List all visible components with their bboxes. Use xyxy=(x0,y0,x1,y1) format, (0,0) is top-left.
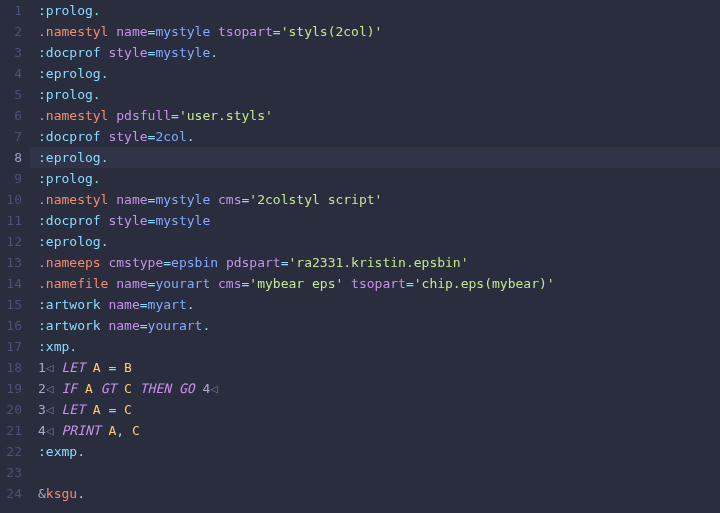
token: A xyxy=(85,381,93,396)
token: :eprolog xyxy=(38,234,101,249)
token: . xyxy=(187,129,195,144)
token: name xyxy=(116,24,147,39)
token: . xyxy=(187,297,195,312)
code-area[interactable]: :prolog..namestyl name=mystyle tsopart='… xyxy=(30,0,720,504)
token: yourart xyxy=(148,318,203,333)
token xyxy=(116,360,124,375)
code-line[interactable]: :eprolog. xyxy=(38,63,720,84)
token: :artwork xyxy=(38,318,101,333)
token xyxy=(210,24,218,39)
code-line[interactable]: .namestyl name=mystyle cms='2colstyl scr… xyxy=(38,189,720,210)
token xyxy=(171,381,179,396)
token: 'chip.eps(mybear)' xyxy=(414,276,555,291)
token: :prolog xyxy=(38,171,93,186)
line-number: 20 xyxy=(0,399,22,420)
code-line[interactable]: :prolog. xyxy=(38,84,720,105)
token xyxy=(210,192,218,207)
line-number: 7 xyxy=(0,126,22,147)
token: = xyxy=(140,297,148,312)
token: style xyxy=(108,213,147,228)
line-number: 9 xyxy=(0,168,22,189)
token: C xyxy=(124,402,132,417)
code-line[interactable]: :exmp. xyxy=(38,441,720,462)
token: 4 xyxy=(38,423,46,438)
line-number: 1 xyxy=(0,0,22,21)
token: :prolog xyxy=(38,87,93,102)
token: LET xyxy=(61,360,84,375)
code-line[interactable]: :docprof style=mystyle xyxy=(38,210,720,231)
token: 3 xyxy=(38,402,46,417)
token: mystyle xyxy=(155,192,210,207)
line-number: 2 xyxy=(0,21,22,42)
code-line[interactable]: :artwork name=yourart. xyxy=(38,315,720,336)
token: :docprof xyxy=(38,129,101,144)
token: 'ra2331.kristin.epsbin' xyxy=(289,255,469,270)
code-line[interactable]: 2◁ IF A GT C THEN GO 4◁ xyxy=(38,378,720,399)
line-number: 12 xyxy=(0,231,22,252)
line-number: 8 xyxy=(0,147,22,168)
code-line[interactable]: .namefile name=yourart cms='mybear eps' … xyxy=(38,273,720,294)
token: = xyxy=(163,255,171,270)
line-number: 11 xyxy=(0,210,22,231)
token: IF xyxy=(61,381,77,396)
code-editor[interactable]: 123456789101112131415161718192021222324 … xyxy=(0,0,720,504)
token: . xyxy=(101,150,109,165)
token: = xyxy=(171,108,179,123)
token: .namestyl xyxy=(38,108,108,123)
token: .namefile xyxy=(38,276,108,291)
code-line[interactable]: :prolog. xyxy=(38,0,720,21)
line-number: 10 xyxy=(0,189,22,210)
code-line[interactable]: :prolog. xyxy=(38,168,720,189)
code-line[interactable] xyxy=(38,462,720,483)
token: pdspart xyxy=(226,255,281,270)
token: = xyxy=(406,276,414,291)
code-line[interactable]: 1◁ LET A = B xyxy=(38,357,720,378)
token xyxy=(85,402,93,417)
token: . xyxy=(77,444,85,459)
token: A xyxy=(93,402,101,417)
token: pdsfull xyxy=(116,108,171,123)
code-line[interactable]: :eprolog. xyxy=(30,147,720,168)
token: style xyxy=(108,45,147,60)
token: 1 xyxy=(38,360,46,375)
token xyxy=(343,276,351,291)
token xyxy=(116,402,124,417)
line-number: 16 xyxy=(0,315,22,336)
code-line[interactable]: .nameeps cmstype=epsbin pdspart='ra2331.… xyxy=(38,252,720,273)
token: = xyxy=(273,24,281,39)
token: mystyle xyxy=(155,45,210,60)
token: :xmp xyxy=(38,339,69,354)
code-line[interactable]: :docprof style=2col. xyxy=(38,126,720,147)
line-number: 13 xyxy=(0,252,22,273)
token: :docprof xyxy=(38,45,101,60)
line-number: 22 xyxy=(0,441,22,462)
line-number-gutter: 123456789101112131415161718192021222324 xyxy=(0,0,30,504)
code-line[interactable]: :artwork name=myart. xyxy=(38,294,720,315)
code-line[interactable]: :eprolog. xyxy=(38,231,720,252)
token: :exmp xyxy=(38,444,77,459)
token: LET xyxy=(61,402,84,417)
token: :docprof xyxy=(38,213,101,228)
code-line[interactable]: &ksgu. xyxy=(38,483,720,504)
line-number: 15 xyxy=(0,294,22,315)
code-line[interactable]: 4◁ PRINT A, C xyxy=(38,420,720,441)
token xyxy=(132,381,140,396)
token xyxy=(85,360,93,375)
code-line[interactable]: :xmp. xyxy=(38,336,720,357)
token: 'user.styls' xyxy=(179,108,273,123)
token: .nameeps xyxy=(38,255,101,270)
token: epsbin xyxy=(171,255,218,270)
code-line[interactable]: .namestyl name=mystyle tsopart='styls(2c… xyxy=(38,21,720,42)
code-line[interactable]: 3◁ LET A = C xyxy=(38,399,720,420)
line-number: 24 xyxy=(0,483,22,504)
token xyxy=(116,381,124,396)
token: GO xyxy=(179,381,195,396)
token: ◁ xyxy=(46,360,54,375)
code-line[interactable]: .namestyl pdsfull='user.styls' xyxy=(38,105,720,126)
token: .namestyl xyxy=(38,192,108,207)
token: PRINT xyxy=(61,423,100,438)
token: GT xyxy=(101,381,117,396)
code-line[interactable]: :docprof style=mystyle. xyxy=(38,42,720,63)
token: . xyxy=(93,171,101,186)
line-number: 3 xyxy=(0,42,22,63)
